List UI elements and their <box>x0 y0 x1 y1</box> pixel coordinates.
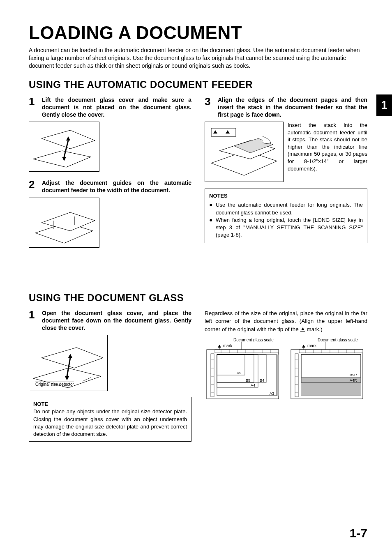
adf-step-1: 1 Lift the document glass cover and make… <box>29 96 191 119</box>
glass-diagram-left: Document glass scale mark <box>205 337 281 405</box>
adf-step3-figure-row: Insert the stack into the automatic docu… <box>205 122 367 182</box>
adf-step-3: 3 Align the edges of the document pages … <box>205 96 367 119</box>
bullet-icon: ● <box>209 216 216 239</box>
adf-columns: 1 Lift the document glass cover and make… <box>29 96 367 255</box>
svg-text:A3: A3 <box>270 391 274 396</box>
section-heading-glass: USING THE DOCUMENT GLASS <box>29 292 367 304</box>
svg-rect-29 <box>211 354 214 397</box>
svg-text:B5: B5 <box>246 378 250 382</box>
step-number: 3 <box>205 96 214 119</box>
glass-left-col: 1 Open the document glass cover, and pla… <box>29 309 191 442</box>
step-text: Adjust the document guides on the automa… <box>42 179 191 194</box>
page-content: LOADING A DOCUMENT A document can be loa… <box>0 0 392 555</box>
step-text: Align the edges of the document pages an… <box>218 96 367 119</box>
svg-marker-24 <box>218 345 221 348</box>
glass-right-text-post: mark.) <box>307 326 322 332</box>
notes-item: ●When faxing a long original, touch the … <box>209 216 363 239</box>
page-number: 1-7 <box>350 526 367 540</box>
svg-text:mark: mark <box>307 343 317 348</box>
svg-rect-28 <box>215 350 279 353</box>
step-number: 2 <box>29 179 38 194</box>
notes-item-text: When faxing a long original, touch the [… <box>216 216 363 239</box>
step-number: 1 <box>29 309 38 332</box>
step-text: Open the document glass cover, and place… <box>42 309 191 332</box>
section-document-glass: USING THE DOCUMENT GLASS 1 Open the docu… <box>29 292 367 442</box>
adf-right-col: 3 Align the edges of the document pages … <box>205 96 367 255</box>
step-number: 1 <box>29 96 38 119</box>
svg-text:mark: mark <box>223 343 233 348</box>
svg-marker-0 <box>33 151 91 167</box>
step-text: Lift the document glass cover and make s… <box>42 96 191 119</box>
svg-text:A5: A5 <box>237 371 241 375</box>
intro-paragraph: A document can be loaded in the automati… <box>29 46 367 70</box>
adf-left-col: 1 Lift the document glass cover and make… <box>29 96 191 255</box>
glass-note-box: NOTE Do not place any objects under the … <box>29 397 191 442</box>
adf-step-2: 2 Adjust the document guides on the auto… <box>29 179 191 194</box>
note-body: Do not place any objects under the origi… <box>33 408 187 438</box>
svg-text:A4: A4 <box>251 383 255 387</box>
adf-step3-caption: Insert the stack into the automatic docu… <box>288 122 367 182</box>
adf-figure-guides <box>29 198 99 248</box>
glass-figure: Original size detector <box>29 335 108 391</box>
svg-rect-60 <box>295 354 298 397</box>
notes-item: ●Use the automatic document feeder for l… <box>209 201 363 216</box>
notes-title: NOTES <box>209 192 363 200</box>
svg-text:B5R: B5R <box>350 373 357 377</box>
glass-columns: 1 Open the document glass cover, and pla… <box>29 309 367 442</box>
svg-text:B4: B4 <box>260 378 264 382</box>
glass-right-col: Regardless of the size of the original, … <box>205 309 367 442</box>
glass-step-1: 1 Open the document glass cover, and pla… <box>29 309 191 332</box>
svg-marker-55 <box>302 345 305 348</box>
bullet-icon: ● <box>209 201 216 216</box>
adf-figure-open-cover <box>29 122 99 172</box>
notes-title: NOTE <box>33 401 187 408</box>
page-title: LOADING A DOCUMENT <box>29 23 367 43</box>
svg-rect-59 <box>299 350 363 353</box>
glass-diagrams: Document glass scale mark <box>205 337 367 405</box>
svg-text:Document glass scale: Document glass scale <box>318 338 358 342</box>
svg-rect-52 <box>277 355 279 396</box>
notes-item-text: Use the automatic document feeder for lo… <box>216 201 363 216</box>
section-heading-adf: USING THE AUTOMATIC DOCUMENT FEEDER <box>29 79 367 90</box>
adf-notes-box: NOTES ●Use the automatic document feeder… <box>205 189 367 243</box>
glass-diagram-right: Document glass scale mark <box>289 337 365 405</box>
corner-mark-icon <box>300 327 305 332</box>
adf-figure-insert <box>205 122 284 182</box>
svg-text:A4R: A4R <box>350 378 357 382</box>
svg-text:Document glass scale: Document glass scale <box>233 338 274 342</box>
glass-right-text-pre: Regardless of the size of the original, … <box>205 310 367 332</box>
glass-right-paragraph: Regardless of the size of the original, … <box>205 309 367 334</box>
svg-text:Original size detector: Original size detector <box>35 382 74 387</box>
